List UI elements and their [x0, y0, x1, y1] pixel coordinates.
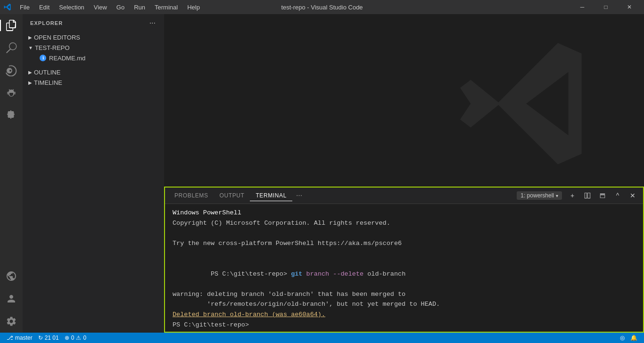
errors-icon: ⊗: [65, 335, 69, 341]
terminal-content[interactable]: Windows PowerShell Copyright (C) Microso…: [165, 204, 643, 332]
readme-file-item[interactable]: ℹ README.md: [23, 53, 164, 63]
close-button[interactable]: ✕: [619, 0, 640, 14]
terminal-line-5: [173, 248, 636, 259]
test-repo-section: ▼ TEST-REPO ℹ README.md: [23, 42, 164, 63]
menu-terminal[interactable]: Terminal: [151, 3, 182, 12]
sidebar: EXPLORER ··· ▶ OPEN EDITORS ▼ TEST-REPO …: [23, 14, 164, 333]
status-warnings-count: 0: [83, 335, 86, 341]
terminal-git-cmd: git: [291, 270, 302, 278]
titlebar: File Edit Selection View Go Run Terminal…: [0, 0, 644, 14]
terminal-command-line: PS C:\git\test-repo> git branch --delete…: [173, 259, 636, 289]
status-branch[interactable]: ⎇ master: [4, 333, 35, 343]
status-sync-count: 21 01: [45, 335, 59, 341]
terminal-branch-arg: old-branch: [367, 270, 405, 278]
activity-search[interactable]: [0, 37, 23, 59]
sidebar-actions: ···: [149, 18, 157, 28]
tab-terminal[interactable]: TERMINAL: [250, 190, 292, 201]
vscode-logo-icon: [4, 3, 11, 11]
titlebar-left: File Edit Selection View Go Run Terminal…: [4, 3, 204, 12]
status-errors[interactable]: ⊗ 0 ⚠ 0: [62, 333, 89, 343]
menu-run[interactable]: Run: [130, 3, 149, 12]
terminal-branch-flag: branch: [306, 270, 330, 278]
terminal-selector-chevron-icon: ▾: [556, 193, 558, 198]
terminal-delete-flag: --delete: [333, 270, 363, 278]
terminal-tab-more[interactable]: ···: [292, 189, 306, 202]
menu-selection[interactable]: Selection: [55, 3, 88, 12]
status-branch-label: master: [15, 335, 33, 341]
menu-help[interactable]: Help: [183, 3, 204, 12]
timeline-section: ▶ TIMELINE: [23, 77, 164, 88]
remote-icon: ◎: [620, 335, 625, 341]
maximize-button[interactable]: □: [595, 0, 617, 14]
warnings-icon: ⚠: [76, 335, 81, 341]
minimize-button[interactable]: ─: [571, 0, 593, 14]
activity-explorer[interactable]: [0, 14, 23, 37]
open-editors-item[interactable]: ▶ OPEN EDITORS: [23, 32, 164, 42]
timeline-item[interactable]: ▶ TIMELINE: [23, 77, 164, 88]
terminal-tabs-bar: PROBLEMS OUTPUT TERMINAL ··· 1: powershe…: [165, 188, 643, 204]
activity-remote[interactable]: [0, 265, 23, 287]
terminal-selector-label: 1: powershell: [520, 192, 554, 199]
terminal-actions: + ^ ✕: [566, 190, 639, 201]
sidebar-more-button[interactable]: ···: [149, 18, 157, 28]
terminal-prompt-1: PS C:\git\test-repo>: [211, 270, 287, 278]
terminal-line-3: [173, 228, 636, 238]
vscode-watermark-icon: [455, 38, 597, 170]
activity-settings[interactable]: [0, 310, 23, 333]
menu-view[interactable]: View: [90, 3, 111, 12]
activity-account[interactable]: [0, 287, 23, 310]
outline-label: OUTLINE: [34, 69, 60, 76]
main-container: EXPLORER ··· ▶ OPEN EDITORS ▼ TEST-REPO …: [0, 14, 644, 333]
editor-area: PROBLEMS OUTPUT TERMINAL ··· 1: powershe…: [164, 14, 644, 333]
menu-file[interactable]: File: [16, 3, 33, 12]
terminal-warning-2: 'refs/remotes/origin/old-branch', but no…: [173, 299, 636, 310]
open-editors-label: OPEN EDITORS: [34, 34, 80, 41]
activity-bar: [0, 14, 23, 333]
close-panel-button[interactable]: ✕: [626, 190, 639, 201]
timeline-label: TIMELINE: [34, 79, 62, 86]
terminal-line-4: Try the new cross-platform PowerShell ht…: [173, 238, 636, 249]
status-right: ◎ 🔔: [617, 333, 640, 343]
readme-file-icon: ℹ: [40, 55, 46, 61]
status-errors-count: 0: [71, 335, 74, 341]
activity-debug[interactable]: [0, 82, 23, 105]
terminal-deleted-line: Deleted branch old-branch (was ae60a64).: [173, 310, 636, 320]
window-title: test-repo - Visual Studio Code: [281, 4, 363, 11]
sidebar-title: EXPLORER: [30, 20, 63, 26]
test-repo-label: TEST-REPO: [35, 44, 70, 51]
maximize-panel-button[interactable]: ^: [611, 190, 624, 201]
new-terminal-button[interactable]: +: [566, 190, 579, 201]
activity-extensions[interactable]: [0, 105, 23, 127]
activity-source-control[interactable]: [0, 59, 23, 82]
menu-edit[interactable]: Edit: [35, 3, 53, 12]
status-remote[interactable]: ◎: [617, 333, 627, 343]
test-repo-item[interactable]: ▼ TEST-REPO: [23, 42, 164, 53]
terminal-warning-1: warning: deleting branch 'old-branch' th…: [173, 289, 636, 300]
titlebar-controls: ─ □ ✕: [571, 0, 640, 14]
status-bell[interactable]: 🔔: [627, 333, 640, 343]
sidebar-header: EXPLORER ···: [23, 14, 164, 32]
timeline-chevron: ▶: [28, 80, 32, 85]
terminal-line-2: Copyright (C) Microsoft Corporation. All…: [173, 218, 636, 229]
terminal-panel: PROBLEMS OUTPUT TERMINAL ··· 1: powershe…: [164, 187, 644, 333]
tab-problems[interactable]: PROBLEMS: [169, 190, 214, 201]
bell-icon: 🔔: [630, 335, 637, 341]
terminal-line-1: Windows PowerShell: [173, 208, 636, 218]
test-repo-chevron: ▼: [28, 45, 33, 50]
tab-output[interactable]: OUTPUT: [214, 190, 250, 201]
terminal-selector[interactable]: 1: powershell ▾: [517, 191, 562, 200]
readme-file-label: README.md: [49, 55, 85, 62]
status-bar: ⎇ master ↻ 21 01 ⊗ 0 ⚠ 0 ◎ 🔔: [0, 333, 644, 343]
outline-chevron: ▶: [28, 70, 32, 75]
split-terminal-button[interactable]: [581, 190, 594, 201]
git-branch-icon: ⎇: [7, 335, 13, 341]
menu-bar: File Edit Selection View Go Run Terminal…: [16, 3, 204, 12]
outline-section: ▶ OUTLINE: [23, 67, 164, 77]
kill-terminal-button[interactable]: [596, 190, 609, 201]
open-editors-section: ▶ OPEN EDITORS: [23, 32, 164, 42]
status-sync[interactable]: ↻ 21 01: [35, 333, 62, 343]
open-editors-chevron: ▶: [28, 35, 32, 40]
menu-go[interactable]: Go: [113, 3, 128, 12]
sync-icon: ↻: [38, 335, 43, 341]
outline-item[interactable]: ▶ OUTLINE: [23, 67, 164, 77]
